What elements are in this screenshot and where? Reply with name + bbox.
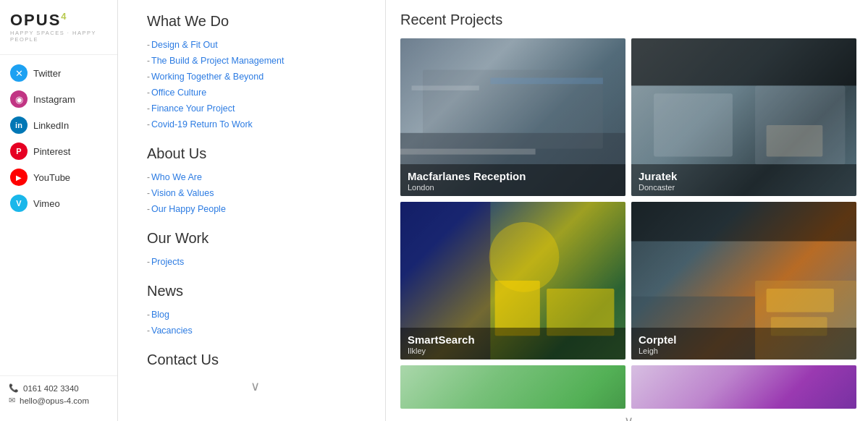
projects-grid: Macfarlanes Reception London Juratek Don… — [400, 38, 856, 409]
svg-rect-24 — [631, 365, 856, 409]
menu-finance-project[interactable]: -Finance Your Project — [147, 101, 363, 116]
menu-vision-values[interactable]: -Vision & Values — [147, 185, 363, 201]
sidebar: OPUS4 HAPPY SPACES · HAPPY PEOPLE ✕ Twit… — [0, 0, 118, 421]
chevron-down-icon-right: ∨ — [624, 413, 633, 421]
twitter-icon: ✕ — [10, 64, 28, 82]
smartsearch-label: SmartSearch Ilkley — [400, 328, 625, 360]
juratek-name: Juratek — [639, 170, 849, 183]
project-corptel[interactable]: Corptel Leigh — [631, 202, 856, 360]
recent-projects-heading: Recent Projects — [400, 12, 856, 28]
project-bottom1[interactable] — [400, 365, 625, 409]
project-smartsearch[interactable]: SmartSearch Ilkley — [400, 202, 625, 360]
phone-number: 0161 402 3340 — [23, 384, 79, 393]
right-column: Recent Projects Macfarlanes Reception Lo… — [386, 0, 868, 421]
social-links: ✕ Twitter ◉ Instagram in LinkedIn P Pint… — [0, 61, 117, 375]
vimeo-label: Vimeo — [33, 198, 60, 209]
svg-rect-10 — [767, 125, 823, 157]
macfarlanes-name: Macfarlanes Reception — [408, 170, 618, 183]
instagram-label: Instagram — [33, 94, 75, 105]
menu-blog[interactable]: -Blog — [147, 307, 363, 323]
bottom2-bg — [631, 365, 856, 409]
menu-office-culture[interactable]: -Office Culture — [147, 85, 363, 101]
svg-rect-3 — [400, 149, 536, 155]
logo-tagline: HAPPY SPACES · HAPPY PEOPLE — [10, 30, 107, 43]
corptel-name: Corptel — [639, 333, 849, 346]
logo: OPUS4 — [10, 12, 107, 28]
juratek-label: Juratek Doncaster — [631, 164, 856, 196]
logo-area: OPUS4 HAPPY SPACES · HAPPY PEOPLE — [0, 6, 117, 55]
svg-rect-5 — [490, 78, 603, 85]
menu-working-together[interactable]: -Working Together & Beyond — [147, 69, 363, 85]
email-address: hello@opus-4.com — [20, 396, 89, 405]
project-macfarlanes[interactable]: Macfarlanes Reception London — [400, 38, 625, 196]
svg-rect-23 — [400, 365, 625, 409]
pinterest-label: Pinterest — [33, 146, 70, 157]
social-youtube[interactable]: ▶ YouTube — [7, 165, 110, 190]
macfarlanes-label: Macfarlanes Reception London — [400, 164, 625, 196]
pinterest-icon: P — [10, 143, 28, 160]
social-pinterest[interactable]: P Pinterest — [7, 139, 110, 163]
logo-text: OPUS — [10, 11, 61, 29]
svg-rect-4 — [412, 85, 479, 90]
menu-covid-return[interactable]: -Covid-19 Return To Work — [147, 116, 363, 132]
youtube-label: YouTube — [33, 172, 70, 183]
email-row: ✉ hello@opus-4.com — [9, 396, 109, 405]
project-juratek[interactable]: Juratek Doncaster — [631, 38, 856, 196]
linkedin-label: LinkedIn — [33, 120, 69, 131]
menu-design-fit-out[interactable]: -Design & Fit Out — [147, 37, 363, 53]
email-icon: ✉ — [9, 396, 15, 405]
smartsearch-name: SmartSearch — [408, 333, 618, 346]
instagram-icon: ◉ — [10, 90, 28, 108]
phone-row: 📞 0161 402 3340 — [9, 383, 109, 393]
news-heading: News — [147, 283, 363, 299]
social-twitter[interactable]: ✕ Twitter — [7, 61, 110, 85]
about-us-heading: About Us — [147, 145, 363, 162]
corptel-location: Leigh — [639, 346, 849, 355]
svg-rect-21 — [767, 289, 834, 312]
linkedin-icon: in — [10, 116, 28, 134]
scroll-down-right[interactable]: ∨ — [400, 409, 856, 421]
smartsearch-location: Ilkley — [408, 346, 618, 355]
menu-projects[interactable]: -Projects — [147, 254, 363, 270]
menu-vacancies[interactable]: -Vacancies — [147, 323, 363, 339]
social-vimeo[interactable]: V Vimeo — [7, 191, 110, 216]
our-work-heading: Our Work — [147, 230, 363, 247]
juratek-location: Doncaster — [639, 183, 849, 192]
middle-column: What We Do -Design & Fit Out -The Build … — [118, 0, 386, 421]
corptel-label: Corptel Leigh — [631, 328, 856, 360]
logo-superscript: 4 — [61, 11, 67, 22]
vimeo-icon: V — [10, 195, 28, 212]
scroll-down-mid[interactable]: ∨ — [147, 375, 363, 394]
contact-info: 📞 0161 402 3340 ✉ hello@opus-4.com — [0, 375, 117, 415]
social-linkedin[interactable]: in LinkedIn — [7, 113, 110, 137]
twitter-label: Twitter — [33, 68, 61, 79]
social-instagram[interactable]: ◉ Instagram — [7, 87, 110, 111]
svg-rect-7 — [631, 38, 856, 85]
youtube-icon: ▶ — [10, 169, 28, 186]
project-bottom2[interactable] — [631, 365, 856, 409]
what-we-do-heading: What We Do — [147, 13, 363, 30]
phone-icon: 📞 — [9, 383, 19, 393]
svg-point-16 — [489, 222, 560, 292]
svg-rect-8 — [654, 93, 733, 156]
bottom1-bg — [400, 365, 625, 409]
menu-build-project[interactable]: -The Build & Project Management — [147, 53, 363, 69]
contact-us-heading: Contact Us — [147, 352, 363, 368]
macfarlanes-location: London — [408, 183, 618, 192]
menu-who-we-are[interactable]: -Who We Are — [147, 169, 363, 185]
menu-happy-people[interactable]: -Our Happy People — [147, 201, 363, 217]
svg-rect-18 — [631, 202, 856, 242]
chevron-down-icon: ∨ — [250, 378, 260, 394]
